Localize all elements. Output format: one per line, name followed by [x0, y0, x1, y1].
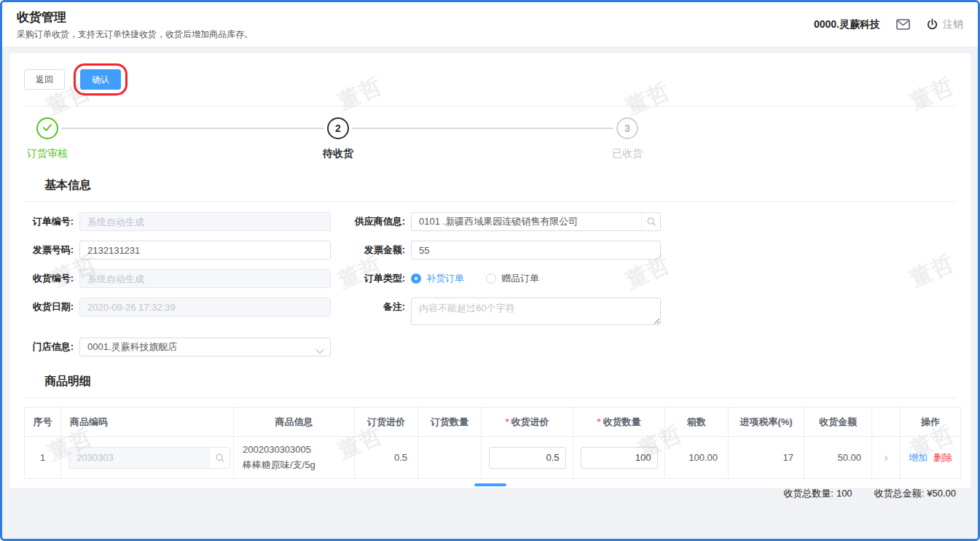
total-amount: 收货总金额:¥50.00	[871, 487, 956, 500]
invoice-no-field-wrap	[79, 241, 331, 260]
detail-title: 商品明细	[44, 374, 956, 389]
order-type-label: 订单类型:	[337, 269, 405, 288]
receipt-date-label: 收货日期:	[24, 297, 74, 316]
cell-index: 1	[25, 437, 61, 479]
cell-order-price: 0.5	[355, 437, 418, 479]
divider	[24, 397, 956, 398]
divider	[24, 201, 956, 202]
basic-info-form: 订单编号: 供应商信息: 发票号码: 发票金额: 收货编号:	[24, 212, 956, 357]
radio-unchecked-icon	[486, 273, 496, 284]
mail-icon[interactable]	[896, 19, 910, 30]
col-amount: 收货金额	[804, 408, 872, 437]
add-row-link[interactable]: 增加	[909, 452, 928, 463]
logout-button[interactable]: 注销	[926, 18, 963, 31]
col-product-info: 商品信息	[234, 408, 355, 437]
col-boxes: 箱数	[665, 408, 729, 437]
horizontal-scrollbar-thumb[interactable]	[474, 483, 506, 486]
supplier-search-icon[interactable]	[641, 213, 660, 230]
cell-receive-price	[482, 437, 573, 479]
col-order-price: 订货进价	[355, 408, 418, 437]
supplier-field-wrap	[411, 212, 661, 231]
step-pending-circle: 3	[616, 117, 638, 139]
order-no-field-wrap	[79, 212, 331, 231]
radio-restock-order[interactable]: 补货订单	[411, 272, 464, 285]
remark-label: 备注:	[337, 297, 405, 316]
power-icon	[926, 18, 938, 31]
toolbar: 返回 确认	[24, 63, 956, 106]
invoice-no-input[interactable]	[79, 241, 331, 260]
store-select[interactable]	[79, 338, 331, 357]
total-amount-value: ¥50.00	[927, 488, 956, 499]
required-mark: *	[505, 416, 509, 427]
logout-label: 注销	[943, 18, 963, 31]
col-tax-rate: 进项税率(%)	[729, 408, 804, 437]
receipt-no-label: 收货编号:	[24, 269, 74, 288]
receive-price-input[interactable]	[489, 447, 566, 469]
order-no-label: 订单编号:	[24, 212, 74, 231]
invoice-amount-field-wrap	[411, 241, 661, 260]
order-type-group: 补货订单 赠品订单	[411, 269, 661, 288]
app-window: 收货管理 采购订单收货，支持无订单快捷收货，收货后增加商品库存。 0000.灵蕨…	[0, 0, 980, 541]
total-qty-value: 100	[836, 488, 852, 499]
cell-boxes: 100.00	[665, 437, 729, 479]
cell-order-qty	[418, 437, 482, 479]
product-detail-table: 序号 商品编码 商品信息 订货进价 订货数量 *收货进价 *收货数量 箱数 进项…	[24, 407, 961, 479]
cell-tax-rate: 17	[729, 437, 804, 479]
store-select-wrap	[79, 338, 331, 357]
receipt-no-field-wrap	[79, 269, 331, 288]
product-info-name: 棒棒糖原味/支/5g	[243, 458, 354, 472]
required-mark: *	[597, 416, 600, 427]
total-qty: 收货总数量:100	[780, 487, 852, 500]
receive-qty-input[interactable]	[581, 447, 658, 469]
step-connector-1	[61, 128, 324, 129]
annotation-highlight: 确认	[74, 63, 128, 96]
order-no-input	[79, 212, 331, 231]
table-row: 1 2002030303005 棒棒糖原味/支/5g 0.5	[25, 437, 961, 479]
page-header: 收货管理 采购订单收货，支持无订单快捷收货，收货后增加商品库存。 0000.灵蕨…	[2, 2, 978, 47]
col-actions: 操作	[901, 408, 961, 437]
radio-gift-label: 赠品订单	[501, 272, 539, 285]
delete-row-link[interactable]: 删除	[933, 452, 952, 463]
product-code-field	[68, 447, 230, 469]
remark-textarea[interactable]	[411, 297, 661, 325]
col-product-code: 商品编码	[61, 408, 234, 437]
check-icon	[42, 122, 52, 134]
step2-label: 待收货	[309, 147, 367, 160]
invoice-no-label: 发票号码:	[24, 241, 74, 260]
step-done-circle	[36, 117, 58, 139]
radio-checked-icon	[411, 273, 421, 284]
expand-row-icon[interactable]: ›	[884, 451, 888, 464]
cell-product-code	[61, 437, 234, 479]
remark-field-wrap	[411, 297, 661, 328]
receipt-date-field-wrap	[79, 297, 331, 316]
page-header-right: 0000.灵蕨科技 注销	[814, 18, 963, 31]
page-subtitle: 采购订单收货，支持无订单快捷收货，收货后增加商品库存。	[17, 28, 253, 41]
table-header-row: 序号 商品编码 商品信息 订货进价 订货数量 *收货进价 *收货数量 箱数 进项…	[25, 408, 961, 437]
product-search-icon[interactable]	[209, 448, 230, 468]
back-button[interactable]: 返回	[24, 69, 65, 90]
confirm-button[interactable]: 确认	[80, 69, 121, 90]
totals-bar: 收货总数量:100 收货总金额:¥50.00	[24, 479, 956, 500]
invoice-amount-input[interactable]	[411, 241, 661, 260]
col-index: 序号	[25, 408, 61, 437]
cell-receive-qty	[573, 437, 665, 479]
col-receive-qty: *收货数量	[573, 408, 665, 437]
radio-restock-label: 补货订单	[426, 272, 464, 285]
supplier-input[interactable]	[411, 212, 661, 231]
content-card: 返回 确认 2 3 订货审核 待收货 已收货 基本信息	[9, 53, 971, 488]
step-connector-2	[352, 128, 614, 129]
invoice-amount-label: 发票金额:	[337, 241, 405, 260]
receipt-date-input	[79, 297, 331, 316]
step-active-circle: 2	[327, 117, 349, 139]
cell-expand: ›	[872, 437, 901, 479]
supplier-label: 供应商信息:	[337, 212, 405, 231]
radio-gift-order[interactable]: 赠品订单	[486, 272, 539, 285]
step2-number: 2	[335, 122, 341, 134]
product-code-input	[68, 447, 230, 469]
total-qty-label: 收货总数量:	[783, 488, 834, 499]
page-header-left: 收货管理 采购订单收货，支持无订单快捷收货，收货后增加商品库存。	[17, 9, 253, 41]
step1-label: 订货审核	[18, 147, 77, 160]
total-amount-label: 收货总金额:	[874, 488, 925, 499]
receipt-no-input	[79, 269, 331, 288]
account-name: 0000.灵蕨科技	[814, 18, 880, 31]
